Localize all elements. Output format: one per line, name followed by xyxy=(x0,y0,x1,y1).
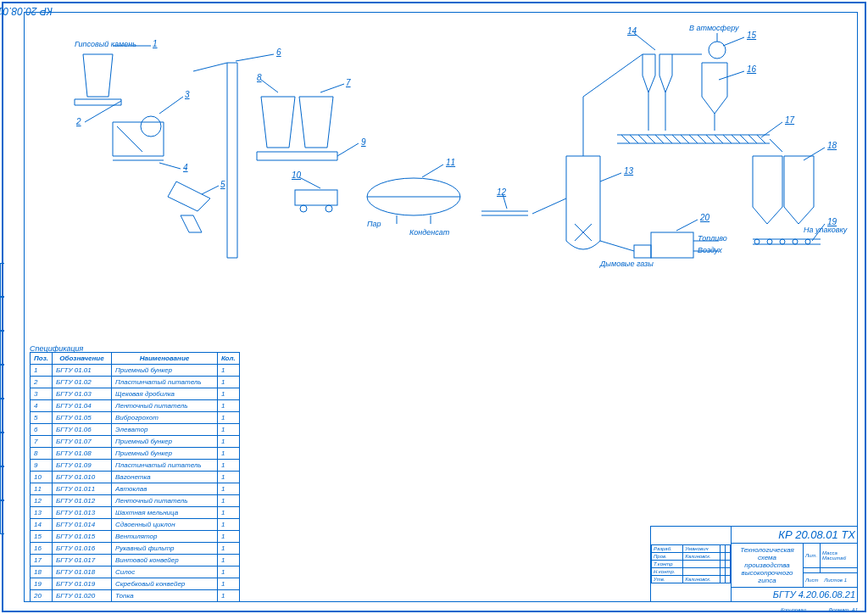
callout-14: 14 xyxy=(627,26,637,36)
callout-6: 6 xyxy=(276,47,281,57)
spec-h-des: Обозначение xyxy=(52,353,111,365)
callout-15: 15 xyxy=(747,31,756,40)
label-upakovka: На упаковку xyxy=(804,226,847,234)
svg-rect-1 xyxy=(295,190,337,205)
title-block: Разраб.Уманович Пров.Калиновск. Т.контр … xyxy=(650,526,858,602)
spec-h-pos: Поз. xyxy=(31,353,53,365)
bottom-code: БГТУ 4.20.06.08.21 xyxy=(732,588,858,602)
label-par: Пар xyxy=(367,220,381,228)
callout-12: 12 xyxy=(497,187,506,197)
spec-row: 8БГТУ 01.08Приемный бункер1 xyxy=(31,448,240,460)
svg-point-5 xyxy=(709,42,726,59)
callout-13: 13 xyxy=(624,166,633,176)
svg-point-9 xyxy=(793,239,798,244)
spec-row: 6БГТУ 01.06Элеватор1 xyxy=(31,424,240,436)
spec-row: 16БГТУ 01.016Рукавный фильтр1 xyxy=(31,543,240,555)
spec-h-name: Наименование xyxy=(111,353,217,365)
callout-9: 9 xyxy=(361,137,366,147)
spec-table: Поз. Обозначение Наименование Кол. 1БГТУ… xyxy=(30,352,240,602)
spec-row: 19БГТУ 01.019Скребковый конвейер1 xyxy=(31,578,240,590)
svg-rect-12 xyxy=(634,245,651,258)
spec-row: 12БГТУ 01.012Ленточный питатель1 xyxy=(31,495,240,507)
svg-point-3 xyxy=(326,205,332,212)
spec-row: 14БГТУ 01.014Сдвоенный циклон1 xyxy=(31,519,240,531)
spec-row: 3БГТУ 01.03Щековая дробилка1 xyxy=(31,388,240,400)
svg-point-2 xyxy=(300,205,307,212)
spec-h-qty: Кол. xyxy=(217,353,239,365)
doc-code: КР 20.08.01 ТХ xyxy=(732,527,858,544)
label-gypsum: Гипсовый камень xyxy=(75,40,136,48)
spec-row: 20БГТУ 01.020Топка1 xyxy=(31,590,240,602)
callout-3: 3 xyxy=(185,90,190,99)
label-dym: Дымовые газы xyxy=(600,260,654,268)
spec-row: 18БГТУ 01.018Силос1 xyxy=(31,567,240,578)
label-atmos: В атмосферу xyxy=(689,24,738,32)
svg-point-10 xyxy=(805,239,810,244)
callout-2: 2 xyxy=(76,117,81,126)
callout-20: 20 xyxy=(700,213,709,222)
svg-point-6 xyxy=(754,239,760,244)
spec-row: 13БГТУ 01.013Шахтная мельница1 xyxy=(31,507,240,519)
callout-4: 4 xyxy=(183,163,188,172)
spec-row: 17БГТУ 01.017Винтовой конвейер1 xyxy=(31,555,240,567)
svg-rect-11 xyxy=(651,232,693,258)
spec-row: 15БГТУ 01.015Вентилятор1 xyxy=(31,531,240,543)
svg-point-0 xyxy=(141,116,161,137)
svg-point-7 xyxy=(767,239,772,244)
callout-7: 7 xyxy=(346,78,351,87)
callout-18: 18 xyxy=(827,141,837,150)
callout-11: 11 xyxy=(446,158,455,167)
callout-17: 17 xyxy=(785,115,794,125)
spec-row: 2БГТУ 01.02Пластинчатый питатель1 xyxy=(31,377,240,388)
spec-row: 10БГТУ 01.010Вагонетка1 xyxy=(31,472,240,483)
label-toplivo: Топливо xyxy=(698,234,727,243)
callout-1: 1 xyxy=(153,39,158,48)
format-row: Копировал Формат А1 xyxy=(781,607,858,612)
callout-5: 5 xyxy=(220,180,225,189)
side-tabs xyxy=(0,263,22,534)
spec-row: 9БГТУ 01.09Пластинчатый питатель1 xyxy=(31,460,240,472)
spec-row: 11БГТУ 01.011Автоклав1 xyxy=(31,483,240,495)
spec-row: 4БГТУ 01.04Ленточный питатель1 xyxy=(31,400,240,412)
label-vozdukh: Воздух xyxy=(698,246,722,254)
callout-10: 10 xyxy=(292,170,301,180)
spec-row: 7БГТУ 01.07Приемный бункер1 xyxy=(31,436,240,448)
spec-row: 5БГТУ 01.05Виброгрохот1 xyxy=(31,412,240,424)
svg-point-8 xyxy=(780,239,785,244)
label-kondensat: Конденсат xyxy=(409,228,449,237)
callout-8: 8 xyxy=(257,73,262,82)
callout-19: 19 xyxy=(827,217,837,226)
callout-16: 16 xyxy=(747,64,756,74)
spec-row: 1БГТУ 01.01Приемный бункер1 xyxy=(31,365,240,377)
